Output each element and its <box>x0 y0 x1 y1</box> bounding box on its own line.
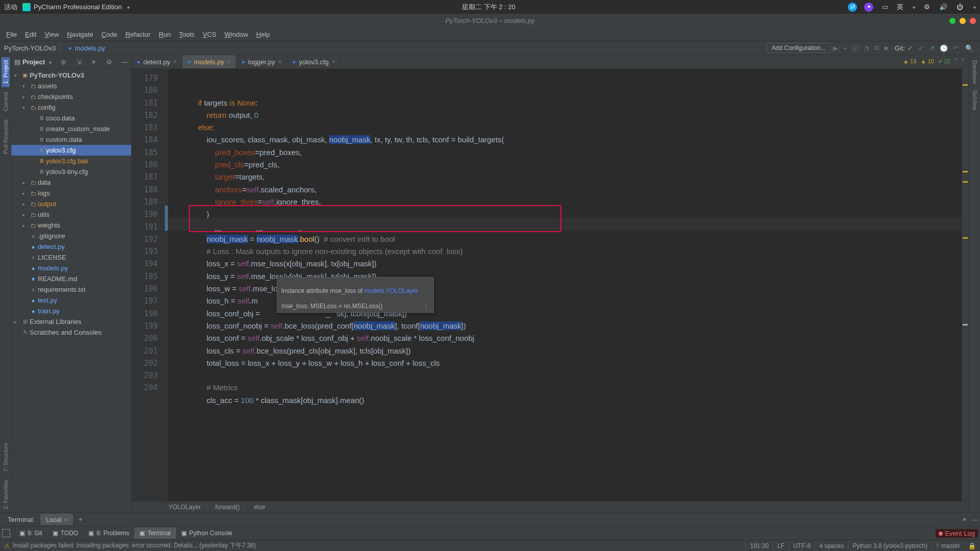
bottom-tab[interactable]: ▣6: Problems <box>83 528 134 539</box>
menu-run[interactable]: Run <box>155 31 175 38</box>
activities-label[interactable]: 活动 <box>4 3 17 12</box>
locate-icon[interactable]: ⊕ <box>61 58 66 66</box>
terminal-tab-local[interactable]: Local × <box>40 514 74 525</box>
tooltip-link[interactable]: models.YOLOLayer <box>364 287 418 294</box>
close-icon[interactable]: × <box>173 58 177 65</box>
project-header-title[interactable]: Project <box>22 58 45 66</box>
maximize-button[interactable] <box>960 18 966 24</box>
tree-item[interactable]: ▸🗀output <box>11 198 131 209</box>
inspection-summary[interactable]: ▲ 13 ▲ 10 ✔ 22 ˄ ˅ <box>903 58 965 65</box>
git-commit-icon[interactable]: ✓ <box>918 44 924 52</box>
terminal-settings-icon[interactable]: ✶ <box>962 516 967 523</box>
profile-icon[interactable]: ◔ <box>864 44 869 52</box>
ime-indicator[interactable]: 英 <box>897 3 903 12</box>
todesk-tray-icon[interactable]: ⇄ <box>848 3 857 12</box>
search-everywhere-icon[interactable]: 🔍 <box>965 44 973 52</box>
hide-panel-icon[interactable]: — <box>121 58 128 66</box>
firefox-tray-icon[interactable]: ✦ <box>864 3 873 12</box>
project-tree[interactable]: ▾▣ PyTorch-YOLOv3 ▾🗀assets▸🗀checkpoints▾… <box>11 69 131 512</box>
chevron-down-icon[interactable] <box>47 58 52 66</box>
add-configuration-button[interactable]: Add Configuration... <box>767 43 830 53</box>
status-warning-icon[interactable]: ⚠ <box>4 542 10 549</box>
tree-item[interactable]: ≣coco.data <box>11 113 131 123</box>
tree-item[interactable]: ▸🗀data <box>11 177 131 188</box>
crumb-block[interactable]: else <box>254 504 265 511</box>
tree-item[interactable]: ≡requirements.txt <box>11 284 131 295</box>
status-encoding[interactable]: UTF-8 <box>789 542 815 549</box>
tooltip-more-icon[interactable]: ⋮ <box>423 303 429 310</box>
bottom-tab[interactable]: ▣9: Git <box>14 528 47 539</box>
coverage-icon[interactable]: ◱ <box>852 44 859 52</box>
menu-help[interactable]: Help <box>252 31 274 38</box>
bottom-tab[interactable]: ▣TODO <box>47 528 83 539</box>
status-indent[interactable]: 4 spaces <box>815 542 848 549</box>
tree-item[interactable]: ≣yolov3.cfg.bak <box>11 156 131 166</box>
volume-icon[interactable]: 🔊 <box>939 3 948 12</box>
editor-tab[interactable]: ●yolov3.cfg× <box>287 55 341 68</box>
close-icon[interactable]: × <box>332 58 335 65</box>
code-editor[interactable]: 179 180 181 182 183 184 185 186 187 188 … <box>132 69 969 501</box>
tree-item[interactable]: ≡LICENSE <box>11 252 131 263</box>
git-update-icon[interactable]: ✔ <box>908 44 913 52</box>
tree-item[interactable]: ●models.py <box>11 263 131 273</box>
tree-item[interactable]: ▸⊞External Libraries <box>11 316 131 327</box>
run-icon[interactable]: ▶ <box>833 44 838 52</box>
tree-item[interactable]: ▸🗀weights <box>11 220 131 231</box>
app-menu[interactable]: PyCharm Professional Edition <box>22 3 130 11</box>
battery-icon[interactable]: ▭ <box>880 3 890 12</box>
status-message[interactable]: Install packages failed: Installing pack… <box>13 541 745 550</box>
minimize-button[interactable] <box>949 18 955 24</box>
status-interpreter[interactable]: Python 3.8 (yolov3-pytorch) <box>848 542 932 549</box>
close-button[interactable] <box>970 18 976 24</box>
error-stripe[interactable] <box>962 69 969 501</box>
bottom-tab[interactable]: ▣Terminal <box>134 528 176 539</box>
tree-item[interactable]: ≡.gitignore <box>11 231 131 241</box>
tool-structure[interactable]: 7: Structure <box>3 440 9 475</box>
git-rollback-icon[interactable]: ↶ <box>953 44 959 52</box>
chevron-down-icon[interactable]: ˅ <box>962 58 965 65</box>
menu-navigate[interactable]: Navigate <box>63 31 97 38</box>
new-terminal-button[interactable]: ＋ <box>73 515 88 524</box>
tree-item[interactable]: ▸🗀logs <box>11 188 131 198</box>
project-combo-icon[interactable]: ▤ <box>14 58 20 66</box>
readonly-lock-icon[interactable]: 🔒 <box>964 542 976 549</box>
tree-item[interactable]: ▸🗀checkpoints <box>11 91 131 102</box>
menu-code[interactable]: Code <box>97 31 121 38</box>
debug-icon[interactable]: ⌁ <box>843 44 847 52</box>
menu-tools[interactable]: Tools <box>175 31 199 38</box>
tree-root[interactable]: ▾▣ PyTorch-YOLOv3 <box>11 70 131 81</box>
menu-refactor[interactable]: Refactor <box>121 31 155 38</box>
tool-sciview[interactable]: SciView <box>972 87 978 113</box>
close-icon[interactable]: × <box>227 58 231 65</box>
breadcrumb-root[interactable]: PyTorch-YOLOv3 <box>4 44 56 52</box>
breadcrumb-file[interactable]: models.py <box>75 44 105 52</box>
tree-item[interactable]: ●test.py <box>11 295 131 306</box>
system-clock[interactable]: 星期二 下午 2 : 20 <box>130 3 848 12</box>
tree-item[interactable]: ▸🗀utils <box>11 209 131 220</box>
stop-icon[interactable]: ■ <box>884 44 888 52</box>
tree-item[interactable]: ▾🗀assets <box>11 81 131 91</box>
code-content[interactable]: if targets is None: return output, 0 els… <box>168 69 962 501</box>
close-icon[interactable]: × <box>278 58 282 65</box>
tree-item[interactable]: ▼README.md <box>11 273 131 284</box>
event-log-button[interactable]: Event Log <box>936 529 978 538</box>
status-git-branch[interactable]: ᚶ master <box>932 542 964 549</box>
menu-view[interactable]: View <box>40 31 63 38</box>
power-icon[interactable]: ⏻ <box>955 3 964 12</box>
tool-favorites[interactable]: 2: Favorites <box>3 477 9 512</box>
git-history-icon[interactable]: 🕓 <box>940 44 948 52</box>
tree-item[interactable]: ≣yolov3-tiny.cfg <box>11 166 131 177</box>
close-icon[interactable]: × <box>64 516 68 523</box>
editor-breadcrumb[interactable]: YOLOLayer〉 forward()〉 else <box>132 501 969 512</box>
menu-edit[interactable]: Edit <box>21 31 40 38</box>
editor-tab[interactable]: ●logger.py× <box>236 55 287 68</box>
settings-icon[interactable]: ⚙ <box>106 58 112 66</box>
tool-project[interactable]: 1: Project <box>2 57 10 87</box>
tree-item[interactable]: ≣create_custom_mode <box>11 123 131 134</box>
status-caret-pos[interactable]: 191:30 <box>745 542 773 549</box>
editor-tab[interactable]: ●detect.py× <box>132 55 182 68</box>
crumb-class[interactable]: YOLOLayer <box>168 504 201 511</box>
editor-tab[interactable]: ●models.py× <box>182 55 236 68</box>
tree-item[interactable]: ≣custom.data <box>11 134 131 145</box>
crumb-method[interactable]: forward() <box>215 504 239 511</box>
